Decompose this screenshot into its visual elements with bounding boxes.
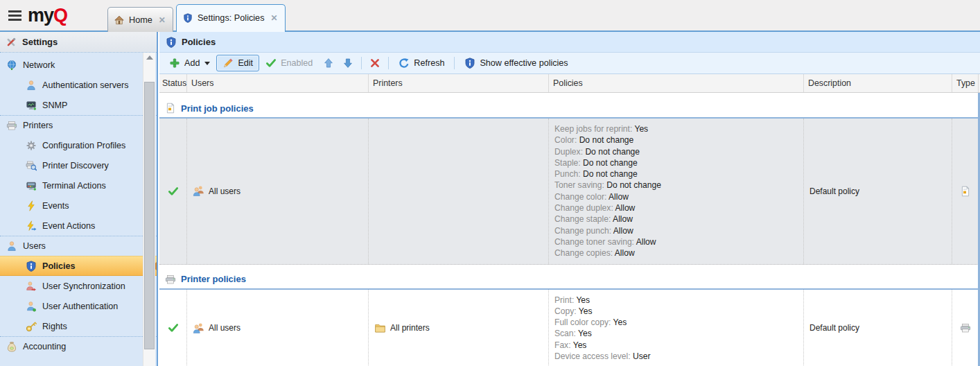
column-header-users[interactable]: Users xyxy=(187,74,369,92)
tab-home-close-icon[interactable]: ✕ xyxy=(159,15,166,25)
sidebar-item-user-authentication[interactable]: User Authentication xyxy=(0,296,157,316)
tab-settings-policies-label: Settings: Policies xyxy=(198,13,265,23)
policy-value: Do not change xyxy=(585,147,640,157)
sidebar-item-label: User Authentication xyxy=(42,302,118,311)
user-icon xyxy=(26,80,37,91)
policy-label: Change staple xyxy=(554,214,613,224)
tab-home[interactable]: Home ✕ xyxy=(107,7,173,32)
sidebar-item-label: Terminal Actions xyxy=(42,181,106,191)
policy-label: Print xyxy=(554,295,576,305)
sidebar-item-terminal-actions[interactable]: Terminal Actions xyxy=(0,175,157,195)
users-value: All users xyxy=(209,323,240,333)
printer-icon xyxy=(960,322,971,333)
sidebar-item-label: Policies xyxy=(42,261,76,271)
scrollbar-thumb[interactable] xyxy=(144,82,155,349)
top-bar: myQ Home ✕ Settings: Policies ✕ xyxy=(0,0,980,32)
policy-line: PrintYes xyxy=(554,295,798,306)
sidebar-item-rights[interactable]: Rights xyxy=(0,316,157,336)
scrollbar-up-icon[interactable] xyxy=(146,55,153,60)
tab-settings-policies-close-icon[interactable]: ✕ xyxy=(271,13,278,23)
plus-icon xyxy=(169,58,180,69)
policy-value: Do not change xyxy=(583,169,638,179)
users-icon xyxy=(193,185,204,197)
sidebar-item-configuration-profiles[interactable]: Configuration Profiles xyxy=(0,135,157,155)
table-row-print-job-default[interactable]: All users Keep jobs for reprintYes Color… xyxy=(159,119,980,265)
sidebar-item-printers[interactable]: Printers xyxy=(0,115,157,135)
description-cell: Default policy xyxy=(804,290,952,366)
sidebar-item-authentication-servers[interactable]: Authentication servers xyxy=(0,75,157,95)
column-header-description[interactable]: Description xyxy=(804,74,952,92)
column-header-policies[interactable]: Policies xyxy=(549,74,804,92)
shield-icon xyxy=(166,37,177,48)
table-row-printer-default[interactable]: All users All printers PrintYes CopyYes … xyxy=(159,290,980,366)
policy-value: Yes xyxy=(634,124,648,134)
sidebar-item-event-actions[interactable]: Event Actions xyxy=(0,216,157,236)
column-header-type[interactable]: Type xyxy=(952,74,979,92)
group-label: Printer policies xyxy=(181,274,246,284)
caret-down-icon xyxy=(204,62,210,65)
edit-button[interactable]: Edit xyxy=(216,55,259,71)
policy-label: Change color xyxy=(554,192,609,202)
arrow-up-icon xyxy=(323,58,334,69)
enabled-button-label: Enabled xyxy=(281,58,313,68)
sidebar-item-policies[interactable]: Policies xyxy=(0,256,157,276)
logo-area: myQ xyxy=(0,0,104,31)
policy-line: FaxYes xyxy=(554,340,798,351)
lightning-icon xyxy=(26,200,37,211)
policy-label: Device access level xyxy=(554,351,633,361)
move-up-button[interactable] xyxy=(319,55,338,71)
policy-value: Allow xyxy=(615,248,635,258)
sidebar-item-events[interactable]: Events xyxy=(0,195,157,216)
column-header-printers[interactable]: Printers xyxy=(369,74,549,92)
policy-line: DuplexDo not change xyxy=(554,146,798,157)
shield-icon xyxy=(183,13,193,23)
sidebar-item-users[interactable]: Users xyxy=(0,236,157,256)
policy-value: Do not change xyxy=(579,135,634,145)
gear-icon xyxy=(26,140,37,151)
policy-line: Device access levelUser xyxy=(554,351,798,362)
hamburger-menu-icon[interactable] xyxy=(8,10,21,21)
policy-line: StapleDo not change xyxy=(554,157,798,168)
delete-x-icon xyxy=(369,58,380,69)
sidebar-header: Settings xyxy=(0,32,157,53)
status-enabled-check-icon xyxy=(168,322,179,333)
sidebar-scrollbar[interactable] xyxy=(143,53,155,366)
description-cell: Default policy xyxy=(804,119,952,264)
tab-bar: Home ✕ Settings: Policies ✕ xyxy=(107,4,286,32)
sidebar-item-printer-discovery[interactable]: Printer Discovery xyxy=(0,155,157,175)
status-cell xyxy=(159,290,187,366)
enabled-button[interactable]: Enabled xyxy=(259,55,319,71)
policy-label: Scan xyxy=(554,329,578,338)
policy-label: Full color copy xyxy=(554,317,613,327)
globe-icon xyxy=(6,60,17,71)
sidebar-item-label: Authentication servers xyxy=(42,80,129,90)
pencil-icon xyxy=(222,58,234,69)
sidebar-item-accounting[interactable]: Accounting xyxy=(0,336,157,356)
policy-line: PunchDo not change xyxy=(554,168,798,180)
sidebar-item-label: SNMP xyxy=(42,101,67,110)
sidebar-item-snmp[interactable]: SNMP xyxy=(0,95,157,115)
tab-settings-policies[interactable]: Settings: Policies ✕ xyxy=(176,4,286,32)
refresh-button[interactable]: Refresh xyxy=(392,55,450,71)
policies-cell: PrintYes CopyYes Full color copyYes Scan… xyxy=(549,290,804,366)
policy-value: Allow xyxy=(609,192,629,202)
policy-value: Yes xyxy=(579,306,593,316)
sidebar-item-user-synchronization[interactable]: User Synchronization xyxy=(0,276,157,296)
policy-line: Keep jobs for reprintYes xyxy=(554,123,798,134)
move-down-button[interactable] xyxy=(338,55,358,71)
group-header-print-job-policies: Print job policies xyxy=(159,94,980,119)
delete-button[interactable] xyxy=(365,55,385,71)
shield-icon xyxy=(26,261,37,272)
policy-line: Full color copyYes xyxy=(554,317,798,328)
print-job-icon xyxy=(960,186,971,197)
print-job-icon xyxy=(165,103,176,114)
policy-label: Change punch xyxy=(554,226,613,236)
monitor-icon xyxy=(26,100,37,111)
add-button[interactable]: Add xyxy=(163,55,216,71)
column-header-status[interactable]: Status xyxy=(159,74,187,92)
sidebar-item-network[interactable]: Network xyxy=(0,55,157,75)
key-icon xyxy=(26,321,37,332)
sidebar-item-label: Printer Discovery xyxy=(42,161,109,171)
policy-label: Copy xyxy=(554,306,579,316)
show-effective-policies-button[interactable]: Show effective policies xyxy=(458,55,574,71)
